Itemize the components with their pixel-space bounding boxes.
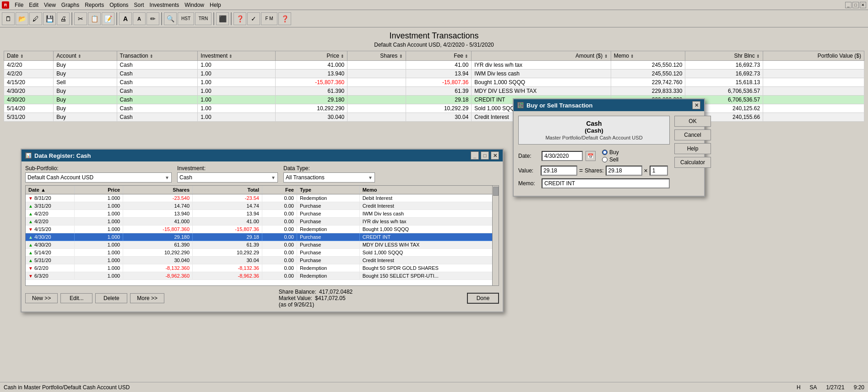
value-input[interactable] <box>541 166 577 176</box>
reg-row[interactable]: ▼ 6/2/20 1.000 -8,132.360 -8,132.36 0.00… <box>26 264 499 272</box>
col-shares[interactable]: Shares ⇕ <box>347 51 406 61</box>
cancel-button[interactable]: Cancel <box>674 129 711 140</box>
reg-row[interactable]: ▲ 4/30/20 1.000 61.390 61.39 0.00 Purcha… <box>26 241 499 249</box>
reg-row[interactable]: ▼ 6/3/20 1.000 -8,962.360 -8,962.36 0.00… <box>26 272 499 280</box>
menu-sort[interactable]: Sort <box>131 1 147 9</box>
sell-label: Sell <box>609 156 618 163</box>
toolbar-text-a[interactable]: A <box>119 12 132 25</box>
toolbar-help2[interactable]: ❓ <box>278 12 291 25</box>
reg-row[interactable]: ▲ 3/31/20 1.000 14.740 14.74 0.00 Purcha… <box>26 202 499 210</box>
reg-col-price[interactable]: Price <box>74 186 123 194</box>
toolbar-3[interactable]: 🖊 <box>29 12 42 25</box>
menu-window[interactable]: Window <box>182 1 207 9</box>
price-input[interactable] <box>650 166 668 176</box>
edit-button[interactable]: Edit... <box>60 293 92 303</box>
data-type-label: Data Type: <box>283 165 375 172</box>
more-button[interactable]: More >> <box>130 293 164 303</box>
reg-col-fee[interactable]: Fee <box>262 186 297 194</box>
toolbar-paste[interactable]: 📝 <box>102 12 114 25</box>
toolbar-text-b[interactable]: A <box>133 12 146 25</box>
dialog-minimize[interactable]: _ <box>471 151 479 160</box>
date-input[interactable] <box>542 151 583 161</box>
toolbar-hst[interactable]: HST <box>178 12 194 25</box>
maximize-btn[interactable]: □ <box>852 2 859 8</box>
reg-row[interactable]: ▼ 4/15/20 1.000 -15,807.360 -15,807.36 0… <box>26 226 499 233</box>
col-investment[interactable]: Investment ⇕ <box>198 51 276 61</box>
menu-investments[interactable]: Investments <box>147 1 182 9</box>
investment-field[interactable]: Cash ▼ <box>177 172 278 183</box>
menu-help[interactable]: Help <box>207 1 224 9</box>
reg-row[interactable]: ▲ 4/2/20 1.000 13.940 13.94 0.00 Purchas… <box>26 210 499 218</box>
data-type-field[interactable]: All Transactions ▼ <box>283 172 375 183</box>
reg-col-type[interactable]: Type <box>297 186 359 194</box>
col-shrblnc[interactable]: Shr Blnc ⇕ <box>685 51 763 61</box>
col-date[interactable]: Date ⇕ <box>4 51 54 61</box>
dialog-maximize[interactable]: □ <box>481 151 489 160</box>
minimize-btn[interactable]: _ <box>845 2 852 8</box>
investment-label: Investment: <box>177 165 278 172</box>
col-portfolio[interactable]: Portfolio Value ($) <box>763 51 864 61</box>
col-memo[interactable]: Memo ⇕ <box>611 51 685 61</box>
col-transaction[interactable]: Transaction ⇕ <box>117 51 198 61</box>
date-picker-btn[interactable]: 📅 <box>586 151 596 161</box>
data-register-dialog: 📊 Data Register: Cash _ □ ✕ Sub-Portfoli… <box>21 149 504 312</box>
buy-sell-title: Buy or Sell Transaction <box>526 102 593 109</box>
col-account[interactable]: Account ⇕ <box>54 51 117 61</box>
table-row[interactable]: 5/31/20 Buy Cash 1.00 30.040 30.04 Credi… <box>4 113 864 122</box>
market-value-label: Market Value: <box>279 295 312 301</box>
help-button[interactable]: Help <box>674 143 711 154</box>
reg-row[interactable]: ▲ 5/31/20 1.000 30.040 30.04 0.00 Purcha… <box>26 257 499 264</box>
delete-button[interactable]: Delete <box>95 293 127 303</box>
toolbar-open[interactable]: 📂 <box>16 12 28 25</box>
shares-input[interactable] <box>606 166 642 176</box>
dialog-close[interactable]: ✕ <box>491 151 499 160</box>
toolbar-new[interactable]: 🗒 <box>2 12 15 25</box>
memo-input[interactable] <box>542 178 670 188</box>
calculator-button[interactable]: Calculator <box>674 157 711 168</box>
menu-graphs[interactable]: Graphs <box>59 1 82 9</box>
col-amount[interactable]: Amount ($) ⇕ <box>472 51 611 61</box>
reg-row[interactable]: ▲ 4/2/20 1.000 41.000 41.00 0.00 Purchas… <box>26 218 499 226</box>
done-button[interactable]: Done <box>467 293 499 304</box>
share-balance-value: 417,072.0482 <box>319 289 353 295</box>
col-price[interactable]: Price ⇕ <box>275 51 347 61</box>
menu-view[interactable]: View <box>41 1 59 9</box>
toolbar-fm[interactable]: F M <box>261 12 277 25</box>
buy-radio[interactable] <box>602 150 608 155</box>
reg-col-shares[interactable]: Shares <box>123 186 193 194</box>
col-fee[interactable]: Fee ⇕ <box>406 51 472 61</box>
menu-reports[interactable]: Reports <box>82 1 107 9</box>
toolbar-help[interactable]: ❓ <box>233 12 246 25</box>
toolbar-grid[interactable]: ⬛ <box>216 12 229 25</box>
ok-button[interactable]: OK <box>674 116 711 127</box>
reg-col-total[interactable]: Total <box>193 186 262 194</box>
toolbar-edit[interactable]: ✏ <box>146 12 159 25</box>
table-row[interactable]: 4/15/20 Sell Cash 1.00 -15,807.360 -15,8… <box>4 78 864 87</box>
reg-row-selected[interactable]: ▲ 4/30/20 1.000 29.180 29.18 0.00 Purcha… <box>26 233 499 241</box>
reg-col-memo[interactable]: Memo <box>359 186 499 194</box>
toolbar-print[interactable]: 🖨 <box>57 12 70 25</box>
sell-radio[interactable] <box>602 157 608 162</box>
table-row[interactable]: 4/2/20 Buy Cash 1.00 41.000 41.00 IYR di… <box>4 61 864 70</box>
toolbar-copy[interactable]: 📋 <box>88 12 101 25</box>
toolbar-check[interactable]: ✓ <box>247 12 260 25</box>
table-row[interactable]: 4/30/20 Buy Cash 1.00 29.180 29.18 CREDI… <box>4 96 864 104</box>
sub-portfolio-label: Sub-Portfolio: <box>25 165 172 172</box>
menu-options[interactable]: Options <box>107 1 131 9</box>
toolbar-search[interactable]: 🔍 <box>164 12 177 25</box>
table-row[interactable]: 4/2/20 Buy Cash 1.00 13.940 13.94 IWM Di… <box>4 70 864 78</box>
new-button[interactable]: New >> <box>25 293 58 303</box>
table-row[interactable]: 5/14/20 Buy Cash 1.00 10,292.290 10,292.… <box>4 104 864 113</box>
toolbar-save[interactable]: 💾 <box>43 12 56 25</box>
reg-col-date[interactable]: Date ▲ <box>26 186 74 194</box>
reg-row[interactable]: ▲ 5/14/20 1.000 10,292.290 10,292.29 0.0… <box>26 249 499 257</box>
menu-edit[interactable]: Edit <box>26 1 41 9</box>
close-btn[interactable]: ✕ <box>860 2 866 8</box>
toolbar-trn[interactable]: TRN <box>195 12 212 25</box>
table-row[interactable]: 4/30/20 Buy Cash 1.00 61.390 61.39 MDY D… <box>4 87 864 96</box>
sub-portfolio-field[interactable]: Default Cash Account USD ▼ <box>25 172 172 183</box>
menu-file[interactable]: File <box>12 1 26 9</box>
reg-row[interactable]: ▼ 8/31/20 1.000 -23.540 -23.54 0.00 Rede… <box>26 194 499 202</box>
toolbar-cut[interactable]: ✂ <box>74 12 87 25</box>
buy-sell-close[interactable]: ✕ <box>692 101 700 109</box>
